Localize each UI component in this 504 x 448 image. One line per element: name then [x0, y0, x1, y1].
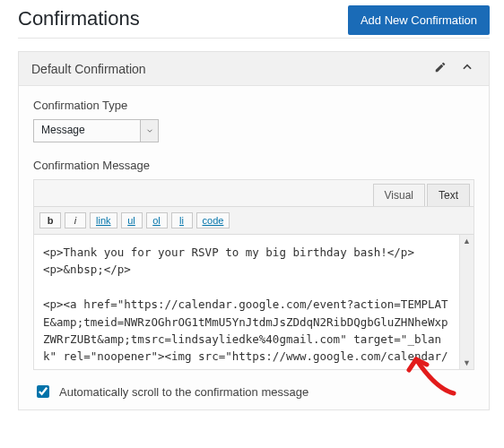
page-title: Confirmations [18, 7, 140, 30]
auto-scroll-checkbox[interactable] [37, 385, 49, 398]
confirmation-panel: Default Confirmation Confirmation Type M… [18, 51, 490, 410]
message-label: Confirmation Message [33, 159, 474, 172]
chevron-down-icon [140, 120, 158, 142]
toolbar-ul-button[interactable]: ul [121, 212, 143, 228]
scroll-down-icon[interactable]: ▼ [463, 358, 471, 367]
select-value: Message [34, 120, 140, 142]
pencil-icon[interactable] [431, 61, 449, 76]
auto-scroll-row[interactable]: Automatically scroll to the confirmation… [33, 383, 474, 401]
scrollbar[interactable]: ▲ ▼ [459, 235, 474, 369]
toolbar-link-button[interactable]: link [90, 212, 117, 228]
type-label: Confirmation Type [33, 99, 474, 112]
tab-visual[interactable]: Visual [373, 184, 425, 206]
toolbar-bold-button[interactable]: b [39, 212, 61, 228]
toolbar-italic-button[interactable]: i [65, 212, 86, 228]
toolbar-code-button[interactable]: code [196, 212, 230, 228]
message-textarea[interactable] [34, 235, 459, 369]
toolbar-ol-button[interactable]: ol [146, 212, 168, 228]
toolbar-li-button[interactable]: li [171, 212, 193, 228]
editor: Visual Text b i link ul ol li code ▲ ▼ [33, 179, 474, 370]
tab-text[interactable]: Text [427, 184, 470, 206]
editor-toolbar: b i link ul ol li code [34, 206, 474, 235]
panel-title: Default Confirmation [31, 62, 422, 76]
auto-scroll-label: Automatically scroll to the confirmation… [59, 385, 308, 399]
confirmation-type-select[interactable]: Message [33, 119, 159, 142]
add-confirmation-button[interactable]: Add New Confirmation [348, 5, 490, 35]
scroll-up-icon[interactable]: ▲ [463, 237, 471, 246]
chevron-up-icon[interactable] [458, 61, 476, 76]
